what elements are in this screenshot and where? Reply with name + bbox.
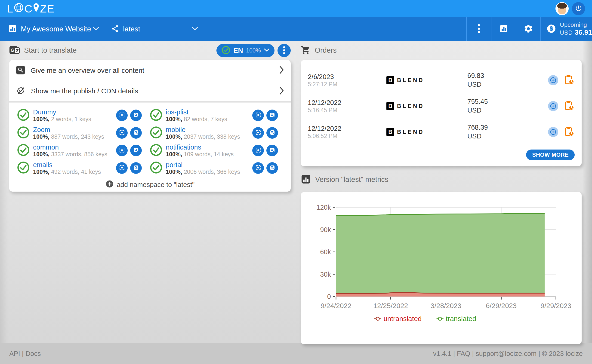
cart-icon	[301, 45, 310, 56]
power-icon	[575, 5, 582, 13]
namespace-item: notifications 100%,109 words, 14 keys	[147, 142, 291, 159]
search-namespace-button[interactable]	[266, 127, 278, 139]
order-row: 2/6/2023 5:27:12 PM B BLEND 69.83 USD	[308, 67, 575, 93]
vendor-logo: B BLEND	[386, 128, 467, 136]
namespace-link[interactable]: portal	[166, 161, 183, 169]
namespace-stats: 100%,2006 words, 366 keys	[166, 169, 240, 175]
show-more-button[interactable]: SHOW MORE	[526, 150, 575, 160]
invoice-pending-button[interactable]	[564, 127, 575, 137]
language-percent: 100%	[246, 47, 261, 54]
main-content: G Start to translate EN 100% Give me an …	[0, 41, 592, 343]
focus-namespace-button[interactable]	[116, 127, 128, 139]
namespace-link[interactable]: mobile	[166, 126, 185, 133]
order-date: 2/6/2023	[308, 72, 386, 81]
namespace-link[interactable]: ios-plist	[166, 108, 189, 116]
add-namespace-label: add namespace to "latest"	[117, 181, 195, 188]
order-amount: 755.45	[467, 97, 548, 106]
chevron-down-icon	[93, 27, 99, 32]
order-row: 12/12/2022 5:16:45 PM B BLEND 755.45 USD	[308, 93, 575, 119]
focus-namespace-button[interactable]	[252, 145, 264, 156]
invoice-pending-button[interactable]	[564, 75, 575, 85]
search-icon	[269, 112, 276, 119]
order-details-button[interactable]	[548, 101, 559, 111]
focus-namespace-button[interactable]	[252, 110, 264, 121]
plus-circle-icon	[548, 127, 558, 137]
language-selector[interactable]: EN 100%	[217, 44, 275, 57]
namespace-list: Dummy 100%,2 words, 1 keys ios-plist 100…	[9, 103, 291, 177]
vendor-logo-mark: B	[386, 128, 394, 136]
footer: API | Docs v1.4.1 | FAQ | support@locize…	[0, 343, 592, 364]
focus-namespace-button[interactable]	[252, 127, 264, 139]
search-icon	[269, 147, 276, 154]
settings-button[interactable]	[516, 17, 541, 41]
overview-row-label: Give me an overview over all content	[31, 66, 144, 74]
search-namespace-button[interactable]	[266, 162, 278, 174]
namespace-stats: 100%,109 words, 14 keys	[166, 151, 234, 157]
search-namespace-button[interactable]	[266, 110, 278, 121]
focus-namespace-button[interactable]	[252, 162, 264, 174]
svg-text:9/29/2023: 9/29/2023	[540, 302, 571, 309]
plus-circle-icon	[548, 101, 558, 111]
more-menu-button[interactable]	[467, 17, 491, 41]
order-amount: 69.83	[467, 72, 548, 80]
logout-button[interactable]	[572, 2, 585, 15]
kebab-menu-icon	[478, 24, 480, 35]
vendor-name: BLEND	[397, 129, 424, 135]
billing-button[interactable]: $ Upcoming USD 36.91	[541, 17, 592, 41]
translate-section-header: G Start to translate EN 100%	[9, 41, 291, 60]
invoice-pending-button[interactable]	[564, 101, 575, 111]
publish-row[interactable]: Show me the publish / CDN details	[9, 81, 291, 101]
namespace-item: portal 100%,2006 words, 366 keys	[147, 159, 291, 177]
version-selector[interactable]: latest	[103, 17, 205, 41]
search-icon	[133, 112, 139, 119]
language-more-button[interactable]	[277, 44, 291, 57]
search-namespace-button[interactable]	[266, 145, 278, 156]
search-icon	[133, 165, 139, 171]
translate-section-title: Start to translate	[24, 46, 77, 55]
order-date: 12/12/2022	[308, 98, 386, 107]
focus-namespace-button[interactable]	[116, 110, 128, 121]
footer-right-links[interactable]: v1.4.1 | FAQ | support@locize.com | © 20…	[433, 350, 583, 358]
search-icon	[133, 147, 139, 154]
namespace-counts: 887 words, 243 keys	[51, 133, 104, 140]
namespace-stats: 100%,2 words, 1 keys	[33, 116, 91, 122]
focus-namespace-button[interactable]	[116, 162, 128, 174]
namespace-link[interactable]: common	[33, 143, 59, 151]
namespace-link[interactable]: emails	[33, 161, 53, 169]
topbar: L C ZE	[0, 0, 592, 17]
namespace-link[interactable]: Dummy	[33, 108, 56, 116]
navbar: My Awesome Website latest $ Upcoming USD…	[0, 17, 592, 41]
namespace-item: ios-plist 100%,82 words, 7 keys	[147, 107, 291, 124]
search-namespace-button[interactable]	[130, 110, 142, 121]
svg-text:3/28/2023: 3/28/2023	[431, 302, 461, 309]
clipboard-clock-icon	[564, 74, 575, 86]
namespace-link[interactable]: Zoom	[33, 126, 50, 133]
vendor-name: BLEND	[397, 103, 424, 109]
focus-namespace-button[interactable]	[116, 145, 128, 156]
footer-left-links[interactable]: API | Docs	[9, 350, 41, 358]
map-pin-icon	[33, 2, 39, 15]
billing-amount: 36.91	[575, 28, 592, 37]
language-code: EN	[233, 46, 243, 54]
project-selector[interactable]: My Awesome Website	[0, 17, 103, 41]
kebab-menu-icon	[283, 46, 285, 55]
project-icon	[8, 24, 17, 34]
search-namespace-button[interactable]	[130, 145, 142, 156]
add-namespace-button[interactable]: add namespace to "latest"	[9, 178, 291, 192]
vendor-logo-mark: B	[386, 102, 394, 110]
user-avatar[interactable]	[555, 2, 569, 15]
overview-row[interactable]: Give me an overview over all content	[9, 60, 291, 81]
search-icon	[133, 130, 139, 136]
app-logo[interactable]: L C ZE	[7, 2, 54, 15]
order-details-button[interactable]	[548, 127, 559, 137]
search-namespace-button[interactable]	[130, 127, 142, 139]
statistics-button[interactable]	[491, 17, 516, 41]
namespace-counts: 2037 words, 338 keys	[184, 133, 240, 140]
plus-circle-icon	[105, 180, 114, 190]
order-currency: USD	[467, 106, 548, 115]
search-namespace-button[interactable]	[130, 162, 142, 174]
check-circle-icon	[150, 108, 163, 122]
svg-text:60k: 60k	[320, 248, 331, 256]
order-details-button[interactable]	[548, 75, 559, 85]
namespace-link[interactable]: notifications	[166, 143, 201, 151]
